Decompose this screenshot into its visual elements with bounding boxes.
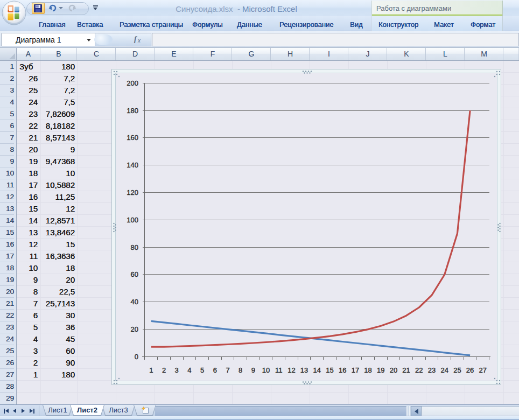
svg-text:180: 180	[127, 107, 138, 115]
svg-text:200: 200	[127, 79, 138, 87]
svg-text:20: 20	[131, 325, 138, 333]
svg-text:17: 17	[352, 366, 359, 374]
svg-text:3: 3	[175, 366, 179, 374]
svg-text:26: 26	[466, 366, 474, 374]
svg-text:13: 13	[300, 366, 308, 374]
svg-text:25: 25	[453, 366, 461, 374]
svg-text:0: 0	[135, 353, 138, 361]
svg-text:10: 10	[262, 366, 270, 374]
svg-text:120: 120	[127, 188, 138, 197]
svg-text:9: 9	[251, 366, 255, 374]
svg-text:11: 11	[275, 366, 283, 374]
svg-text:12: 12	[287, 366, 295, 374]
svg-text:22: 22	[415, 366, 423, 374]
svg-text:2: 2	[162, 366, 166, 374]
svg-text:60: 60	[131, 270, 138, 278]
svg-text:21: 21	[402, 366, 410, 374]
svg-text:27: 27	[479, 366, 487, 374]
svg-text:7: 7	[226, 366, 229, 374]
svg-text:8: 8	[239, 366, 242, 374]
svg-text:14: 14	[313, 366, 321, 374]
svg-text:23: 23	[428, 366, 436, 374]
svg-text:140: 140	[127, 161, 138, 169]
svg-text:6: 6	[213, 366, 217, 374]
svg-text:5: 5	[200, 366, 204, 374]
svg-text:16: 16	[339, 366, 346, 374]
svg-text:1: 1	[149, 366, 153, 374]
svg-text:100: 100	[127, 216, 138, 224]
svg-text:80: 80	[131, 243, 138, 251]
svg-text:4: 4	[187, 366, 191, 374]
svg-text:20: 20	[390, 366, 397, 374]
svg-text:40: 40	[131, 298, 138, 306]
svg-text:19: 19	[377, 366, 384, 374]
svg-text:160: 160	[127, 134, 138, 142]
svg-text:24: 24	[440, 366, 448, 374]
svg-text:18: 18	[364, 366, 371, 374]
svg-text:15: 15	[326, 366, 333, 374]
